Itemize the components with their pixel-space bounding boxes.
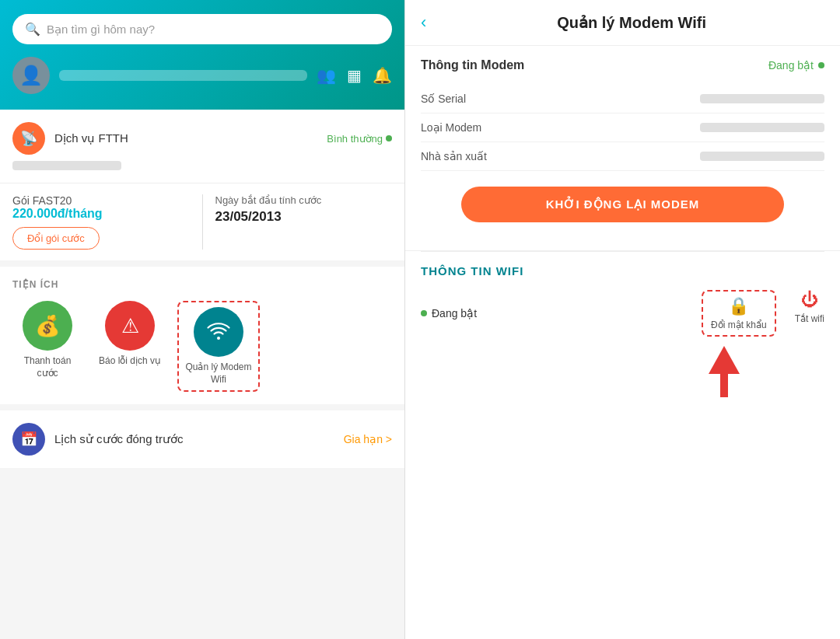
service-icon: 📡	[12, 122, 45, 155]
util-payment-label: Thanh toán cước	[12, 355, 82, 379]
nha-label: Nhà sản xuất	[421, 150, 487, 162]
modem-info-section: Thông tin Modem Đang bật Số Serial Loại …	[405, 46, 840, 251]
wifi-status-text: Đang bật	[432, 307, 477, 320]
header-icons: 👥 ▦ 🔔	[317, 66, 392, 85]
arrow-stem-shape	[720, 374, 728, 397]
package-name: Gói FAST20	[12, 194, 190, 207]
arrow-indicator	[623, 346, 824, 397]
search-placeholder-text: Bạn tìm gì hôm nay?	[47, 23, 155, 37]
power-icon: ⏻	[801, 290, 818, 310]
wifi-row: Đang bật 🔒 Đổi mật khẩu ⏻ Tắt wifi	[421, 290, 824, 337]
service-status: Bình thường	[327, 133, 392, 145]
util-modem[interactable]: Quản lý Modem Wifi	[184, 307, 254, 386]
left-panel: 🔍 Bạn tìm gì hôm nay? 👤 👥 ▦ 🔔 📡 Dịch vụ …	[0, 0, 404, 639]
user-info-blur	[59, 70, 307, 81]
util-icons-row: 💰 Thanh toán cước ⚠ Báo lỗi dịch vụ	[12, 301, 392, 392]
wifi-section-title: THÔNG TIN WIFI	[421, 264, 824, 278]
arrow-up-shape	[709, 346, 740, 374]
history-label: Lịch sử cước đóng trước	[54, 432, 334, 446]
change-password-dashed-box: 🔒 Đổi mật khẩu	[702, 290, 776, 337]
bell-icon[interactable]: 🔔	[373, 66, 392, 85]
modem-info-header: Thông tin Modem Đang bật	[421, 58, 824, 72]
status-dot-green	[386, 135, 392, 141]
util-report[interactable]: ⚠ Báo lỗi dịch vụ	[95, 301, 165, 368]
friends-icon[interactable]: 👥	[317, 66, 336, 85]
right-panel: ‹ Quản lý Modem Wifi Thông tin Modem Đan…	[404, 0, 840, 639]
nha-row: Nhà sản xuất	[421, 142, 824, 171]
utilities-title: TIỆN ÍCH	[12, 279, 392, 290]
qr-icon[interactable]: ▦	[347, 66, 362, 85]
loai-value-blur	[700, 123, 824, 132]
wifi-info-section: THÔNG TIN WIFI Đang bật 🔒 Đổi mật khẩu ⏻…	[405, 252, 840, 410]
avatar: 👤	[12, 57, 50, 94]
modem-info-title: Thông tin Modem	[421, 58, 524, 72]
back-button[interactable]: ‹	[421, 12, 426, 33]
modem-wifi-dashed-box: Quản lý Modem Wifi	[177, 301, 260, 392]
modem-wifi-icon	[194, 307, 243, 357]
turn-off-wifi-label: Tắt wifi	[795, 313, 824, 324]
modem-status: Đang bật	[768, 59, 824, 72]
wifi-status-dot	[421, 310, 427, 316]
util-report-label: Báo lỗi dịch vụ	[99, 355, 161, 368]
restart-modem-button[interactable]: KHỞI ĐỘNG LẠI MODEM	[461, 187, 784, 222]
package-right: Ngày bắt đầu tính cước 23/05/2013	[203, 194, 393, 250]
modem-status-dot	[818, 62, 824, 68]
status-text: Bình thường	[327, 133, 383, 145]
change-password-label: Đổi mật khẩu	[711, 320, 767, 330]
change-package-button[interactable]: Đổi gói cước	[12, 227, 100, 250]
nha-value-blur	[700, 152, 824, 161]
util-modem-label: Quản lý Modem Wifi	[184, 361, 254, 386]
payment-icon: 💰	[23, 301, 72, 351]
lock-icon: 🔒	[728, 296, 749, 316]
search-icon: 🔍	[25, 22, 40, 37]
utilities-section: TIỆN ÍCH 💰 Thanh toán cước ⚠ Báo lỗi dịc…	[0, 267, 404, 404]
serial-label: Số Serial	[421, 93, 466, 105]
loai-label: Loại Modem	[421, 121, 481, 134]
search-bar[interactable]: 🔍 Bạn tìm gì hôm nay?	[12, 14, 392, 44]
package-price: 220.000đ/tháng	[12, 207, 190, 221]
history-icon: 📅	[12, 423, 45, 456]
right-title: Quản lý Modem Wifi	[439, 13, 824, 32]
wifi-status: Đang bật	[421, 307, 477, 320]
change-password-action[interactable]: 🔒 Đổi mật khẩu	[711, 296, 767, 330]
header-bottom: 👤 👥 ▦ 🔔	[12, 57, 392, 94]
wifi-actions: 🔒 Đổi mật khẩu ⏻ Tắt wifi	[702, 290, 824, 337]
history-row[interactable]: 📅 Lịch sử cước đóng trước Gia hạn >	[0, 410, 404, 468]
report-icon: ⚠	[105, 301, 155, 351]
util-payment[interactable]: 💰 Thanh toán cước	[12, 301, 82, 379]
right-header: ‹ Quản lý Modem Wifi	[405, 0, 840, 46]
package-date-label: Ngày bắt đầu tính cước	[215, 194, 393, 206]
serial-row: Số Serial	[421, 85, 824, 113]
package-left: Gói FAST20 220.000đ/tháng Đổi gói cước	[12, 194, 203, 250]
turn-off-wifi-action[interactable]: ⏻ Tắt wifi	[795, 290, 824, 337]
modem-status-text: Đang bật	[768, 59, 814, 72]
left-header: 🔍 Bạn tìm gì hôm nay? 👤 👥 ▦ 🔔	[0, 0, 404, 110]
service-row: 📡 Dịch vụ FTTH Bình thường	[12, 122, 392, 155]
serial-value-blur	[700, 94, 824, 103]
service-card: 📡 Dịch vụ FTTH Bình thường	[0, 110, 404, 183]
package-date: 23/05/2013	[215, 209, 393, 225]
loai-row: Loại Modem	[421, 113, 824, 142]
service-label: Dịch vụ FTTH	[54, 131, 317, 145]
package-section: Gói FAST20 220.000đ/tháng Đổi gói cước N…	[0, 183, 404, 260]
history-link[interactable]: Gia hạn >	[344, 433, 392, 445]
service-sub-blur	[12, 161, 121, 170]
